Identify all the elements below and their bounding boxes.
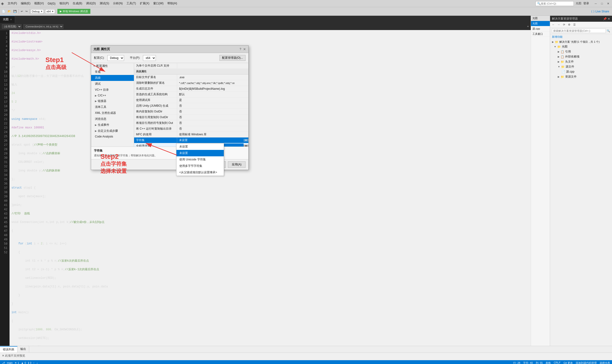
- prop-value-copy-sym: 否: [177, 120, 248, 126]
- prop-value-unity: 否: [177, 103, 248, 109]
- platform-select[interactable]: x64: [143, 55, 156, 61]
- prop-name-optimization: 全程序优化: [134, 143, 177, 146]
- dlg-custom-arrow: ▶: [95, 130, 97, 132]
- dropdown-option-unset-1[interactable]: 未设置: [176, 143, 224, 150]
- prop-row-copy-proj[interactable]: 将项目引用复制到 OutDir 否: [134, 115, 248, 120]
- dlg-config-label: 配置属性: [96, 64, 108, 68]
- dlg-tree-item-linker[interactable]: ▶ 链接器: [91, 98, 134, 104]
- advanced-section-header: 高级属性: [134, 69, 248, 75]
- prop-row-charset[interactable]: 字符集 未设置 ▼: [134, 138, 248, 143]
- dlg-browse-label: 浏览信息: [95, 117, 106, 121]
- dlg-manifest-label: 清单工具: [95, 105, 106, 109]
- dialog-left-panel: ▼ 配置属性 常规 高级 调试 VC++ 目录 ▶ C/C++: [91, 63, 134, 146]
- prop-name-copy-sym: 将项目引用的符号复制到 Out: [134, 120, 177, 126]
- prop-name-charset: 字符集: [134, 138, 177, 143]
- dialog-desc: 字符集 通知编译器使用指定的字符集；帮助解决本地化问题。: [91, 146, 248, 159]
- prop-name-ext: 目标文件扩展名: [134, 75, 177, 80]
- dlg-ca-label: Code Analysis: [95, 135, 113, 138]
- prop-row-copy-runtime[interactable]: 将 C++ 运行时复制输出目录 否: [134, 126, 248, 132]
- dropdown-arrow-optimization[interactable]: ▼: [244, 145, 248, 146]
- dlg-tree-item-cpp[interactable]: ▶ C/C++: [91, 93, 134, 98]
- prop-name-copy-proj: 将项目引用复制到 OutDir: [134, 115, 177, 120]
- dropdown-option-unset-2[interactable]: 未设置: [176, 150, 224, 156]
- clr-label: 为单个文件启用 CLR 支持: [134, 63, 177, 68]
- prop-row-mfc[interactable]: MFC 的使用 使用标准 Windows 库: [134, 132, 248, 138]
- prop-row-buildlog[interactable]: 生成日志文件 $(IntDir)$(MSBuildProjectName).lo…: [134, 86, 248, 92]
- dlg-vcpp-label: VC++ 目录: [95, 88, 109, 92]
- prop-value-mfc: 使用标准 Windows 库: [177, 132, 248, 137]
- prop-row-copy-content[interactable]: 将内容复制到 OutDir 否: [134, 109, 248, 115]
- dropdown-option-multibyte[interactable]: 使用多字节字符集: [176, 163, 224, 169]
- prop-name-debuglib: 使用调试库: [134, 97, 177, 103]
- dialog-title-bar: 光图 属性页 ? ✕: [91, 46, 248, 53]
- dlg-custom-label: 自定义生成步骤: [98, 129, 118, 133]
- prop-name-mfc: MFC 的使用: [134, 132, 177, 137]
- dlg-tree-item-custom[interactable]: ▶ 自定义生成步骤: [91, 128, 134, 134]
- dlg-advanced-label: 高级: [95, 76, 101, 80]
- dlg-general-label: 常规: [95, 70, 101, 74]
- dlg-tree-item-xml[interactable]: XML 文档生成器: [91, 110, 134, 116]
- prop-value-charset: 未设置: [177, 138, 244, 143]
- clr-row: 为单个文件启用 CLR 支持: [134, 63, 248, 69]
- dlg-debug-label: 调试: [95, 82, 101, 86]
- prop-value-ext: .exe: [177, 75, 248, 80]
- dropdown-option-unicode[interactable]: 使用 Unicode 字符集: [176, 156, 224, 163]
- dlg-build-events-arrow: ▶: [95, 124, 97, 126]
- prop-value-clean: *.cdf;*.cache;*.obj;*.obj.enc;*.ilk;*.ip…: [177, 81, 248, 85]
- dialog-footer: 确定 取消 应用(A): [91, 159, 248, 170]
- platform-label: 平台(P):: [130, 56, 140, 60]
- dlg-tree-item-advanced[interactable]: 高级: [91, 75, 134, 81]
- dialog-title-controls: ? ✕: [239, 47, 246, 51]
- dlg-linker-label: 链接器: [98, 99, 106, 103]
- dlg-tree-item-vcpp[interactable]: VC++ 目录: [91, 87, 134, 93]
- config-label: 配置(C):: [94, 56, 104, 60]
- dialog-config-toolbar: 配置(C): Debug 平台(P): x64 配置管理器(O)...: [91, 53, 248, 63]
- prop-value-copy-proj: 否: [177, 115, 248, 120]
- dlg-arrow-config: ▼: [93, 65, 95, 67]
- prop-row-unity[interactable]: 启用 Unity (JUMBO) 生成 否: [134, 103, 248, 109]
- dialog-overlay: 光图 属性页 ? ✕ 配置(C): Debug 平台(P): x64 配置管理器…: [0, 0, 612, 364]
- prop-row-ext[interactable]: 目标文件扩展名 .exe: [134, 75, 248, 80]
- prop-value-buildlog: $(IntDir)$(MSBuildProjectName).log: [177, 86, 248, 91]
- dlg-cpp-arrow: ▶: [95, 94, 97, 97]
- prop-name-unity: 启用 Unity (JUMBO) 生成: [134, 103, 177, 109]
- dialog-help-icon[interactable]: ?: [239, 48, 241, 51]
- dialog-right-panel: 为单个文件启用 CLR 支持 高级属性 目标文件扩展名 .exe 清除时要删除的…: [134, 63, 248, 146]
- dlg-xml-label: XML 文档生成器: [95, 111, 116, 115]
- dlg-tree-item-manifest[interactable]: 清单工具: [91, 104, 134, 110]
- dlg-cpp-label: C/C++: [98, 94, 106, 97]
- dialog-title: 光图 属性页: [94, 47, 110, 51]
- prop-value-copy-content: 否: [177, 109, 248, 114]
- dlg-tree-item-browse[interactable]: 浏览信息: [91, 116, 134, 122]
- dlg-linker-arrow: ▶: [95, 100, 97, 102]
- prop-name-clean: 清除时要删除的扩展名: [134, 80, 177, 86]
- dlg-tree-item-build-events[interactable]: ▶ 生成事件: [91, 122, 134, 128]
- dlg-tree-item-general[interactable]: 常规: [91, 69, 134, 75]
- dlg-tree-item-code-analysis[interactable]: Code Analysis: [91, 134, 134, 139]
- prop-name-copy-content: 将内容复制到 OutDir: [134, 109, 177, 114]
- dialog-body: ▼ 配置属性 常规 高级 调试 VC++ 目录 ▶ C/C++: [91, 63, 248, 146]
- dlg-build-events-label: 生成事件: [98, 123, 109, 127]
- dropdown-option-inherit[interactable]: <从父级或项目默认设置继承>: [176, 169, 224, 176]
- prop-row-debuglib[interactable]: 使用调试库 是: [134, 97, 248, 103]
- prop-row-toolarch[interactable]: 首选的生成工具系统结构 默认: [134, 92, 248, 97]
- apply-button[interactable]: 应用(A): [228, 161, 246, 168]
- prop-name-buildlog: 生成日志文件: [134, 86, 177, 91]
- dlg-tree-item-config-props[interactable]: ▼ 配置属性: [91, 63, 134, 69]
- charset-dropdown-popup: 未设置 未设置 使用 Unicode 字符集 使用多字节字符集 <从父级或项目默…: [176, 143, 224, 176]
- config-select[interactable]: Debug: [107, 55, 124, 61]
- dropdown-arrow-charset[interactable]: ▼: [244, 139, 248, 142]
- prop-name-toolarch: 首选的生成工具系统结构: [134, 92, 177, 97]
- properties-dialog: 光图 属性页 ? ✕ 配置(C): Debug 平台(P): x64 配置管理器…: [91, 45, 249, 170]
- prop-value-copy-runtime: 否: [177, 126, 248, 131]
- config-manager-button[interactable]: 配置管理器(O)...: [220, 55, 246, 61]
- prop-row-copy-sym[interactable]: 将项目引用的符号复制到 Out 否: [134, 120, 248, 126]
- dialog-close-icon[interactable]: ✕: [243, 47, 246, 51]
- prop-value-toolarch: 默认: [177, 92, 248, 97]
- prop-name-copy-runtime: 将 C++ 运行时复制输出目录: [134, 126, 177, 131]
- prop-value-debuglib: 是: [177, 97, 248, 103]
- prop-row-clean[interactable]: 清除时要删除的扩展名 *.cdf;*.cache;*.obj;*.obj.enc…: [134, 80, 248, 86]
- dlg-tree-item-debug[interactable]: 调试: [91, 81, 134, 87]
